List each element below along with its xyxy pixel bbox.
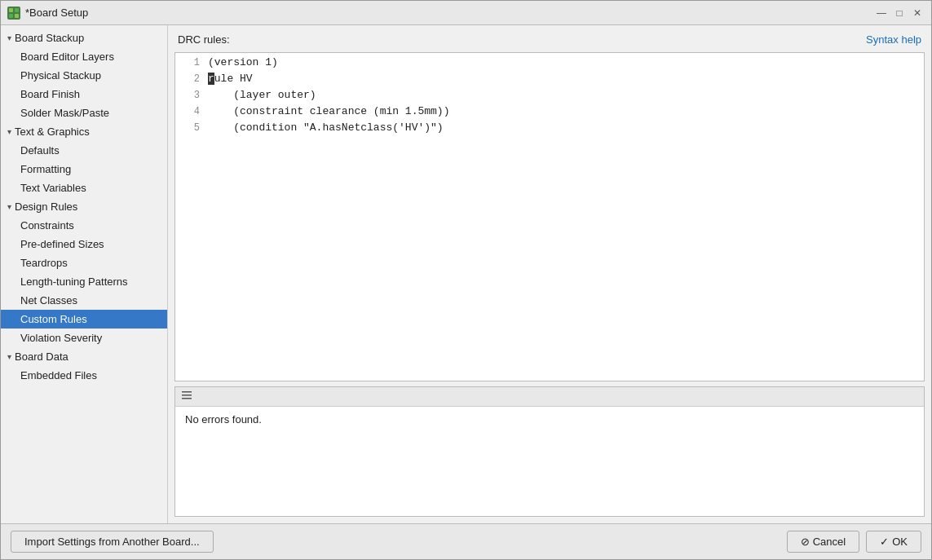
drc-rules-label: DRC rules: xyxy=(178,33,230,46)
titlebar-controls: — □ ✕ xyxy=(874,6,925,20)
svg-rect-5 xyxy=(182,395,192,396)
line-content-5: (condition "A.hasNetclass('HV')") xyxy=(208,121,444,134)
sidebar-group-board-stackup[interactable]: ▾ Board Stackup xyxy=(1,29,167,47)
right-panel: DRC rules: Syntax help 1 (version 1) 2 r… xyxy=(168,25,931,523)
syntax-help-link[interactable]: Syntax help xyxy=(866,33,921,46)
sidebar-item-custom-rules[interactable]: Custom Rules xyxy=(1,310,167,329)
svg-rect-1 xyxy=(15,8,19,12)
ok-label: OK xyxy=(892,536,908,548)
svg-rect-3 xyxy=(15,14,19,18)
cancel-label: Cancel xyxy=(813,536,846,548)
sidebar-group-label-board-data: Board Data xyxy=(15,351,68,363)
titlebar: *Board Setup — □ ✕ xyxy=(1,1,931,25)
chevron-down-icon: ▾ xyxy=(7,33,11,42)
footer-left: Import Settings from Another Board... xyxy=(11,531,214,553)
chevron-down-icon: ▾ xyxy=(7,127,11,136)
sidebar-item-pre-defined-sizes[interactable]: Pre-defined Sizes xyxy=(1,235,167,254)
list-icon xyxy=(180,389,193,404)
cancel-icon: ⊘ xyxy=(801,536,810,548)
error-panel-toolbar xyxy=(175,387,924,407)
line-content-3: (layer outer) xyxy=(208,89,316,101)
line-number-1: 1 xyxy=(180,57,200,68)
line-number-3: 3 xyxy=(180,90,200,101)
ok-icon: ✓ xyxy=(880,536,889,548)
svg-rect-6 xyxy=(182,398,192,399)
sidebar-item-text-variables[interactable]: Text Variables xyxy=(1,179,167,197)
sidebar-item-length-tuning-patterns[interactable]: Length-tuning Patterns xyxy=(1,272,167,291)
sidebar-item-net-classes[interactable]: Net Classes xyxy=(1,291,167,310)
sidebar-item-board-finish[interactable]: Board Finish xyxy=(1,85,167,104)
sidebar-item-formatting[interactable]: Formatting xyxy=(1,160,167,179)
error-content: No errors found. xyxy=(175,407,924,432)
minimize-button[interactable]: — xyxy=(874,6,889,20)
ok-button[interactable]: ✓ OK xyxy=(866,531,921,553)
line-number-2: 2 xyxy=(180,73,200,85)
drc-header: DRC rules: Syntax help xyxy=(174,32,925,47)
import-settings-button[interactable]: Import Settings from Another Board... xyxy=(11,531,214,553)
sidebar: ▾ Board Stackup Board Editor Layers Phys… xyxy=(1,25,168,523)
sidebar-group-design-rules[interactable]: ▾ Design Rules xyxy=(1,197,167,216)
line-number-4: 4 xyxy=(180,106,200,117)
line-number-5: 5 xyxy=(180,122,200,134)
sidebar-item-board-editor-layers[interactable]: Board Editor Layers xyxy=(1,47,167,66)
line-content-1: (version 1) xyxy=(208,56,278,68)
board-setup-window: *Board Setup — □ ✕ ▾ Board Stackup Board… xyxy=(0,0,932,560)
footer-right: ⊘ Cancel ✓ OK xyxy=(787,531,921,553)
svg-rect-4 xyxy=(182,391,192,393)
window-title: *Board Setup xyxy=(25,7,88,19)
import-settings-label: Import Settings from Another Board... xyxy=(24,536,200,548)
sidebar-item-teardrops[interactable]: Teardrops xyxy=(1,254,167,272)
svg-rect-0 xyxy=(9,8,13,12)
chevron-down-icon: ▾ xyxy=(7,352,11,361)
sidebar-item-physical-stackup[interactable]: Physical Stackup xyxy=(1,66,167,85)
main-content: ▾ Board Stackup Board Editor Layers Phys… xyxy=(1,25,931,523)
sidebar-group-label-board-stackup: Board Stackup xyxy=(15,32,84,44)
code-line-4: 4 (constraint clearance (min 1.5mm)) xyxy=(175,105,924,121)
sidebar-item-violation-severity[interactable]: Violation Severity xyxy=(1,329,167,347)
sidebar-group-board-data[interactable]: ▾ Board Data xyxy=(1,347,167,366)
svg-rect-2 xyxy=(9,14,13,18)
sidebar-group-label-design-rules: Design Rules xyxy=(15,201,77,213)
maximize-button[interactable]: □ xyxy=(892,6,907,20)
line-content-2: rule HV xyxy=(208,73,253,85)
code-line-1: 1 (version 1) xyxy=(175,56,924,73)
cancel-button[interactable]: ⊘ Cancel xyxy=(787,531,859,553)
code-line-5: 5 (condition "A.hasNetclass('HV')") xyxy=(175,121,924,138)
error-panel: No errors found. xyxy=(174,386,925,517)
sidebar-item-constraints[interactable]: Constraints xyxy=(1,216,167,235)
code-line-3: 3 (layer outer) xyxy=(175,89,924,105)
chevron-down-icon: ▾ xyxy=(7,202,11,211)
sidebar-item-embedded-files[interactable]: Embedded Files xyxy=(1,366,167,385)
sidebar-group-text-graphics[interactable]: ▾ Text & Graphics xyxy=(1,122,167,141)
close-button[interactable]: ✕ xyxy=(910,6,925,20)
no-errors-text: No errors found. xyxy=(185,413,262,426)
text-cursor: r xyxy=(208,73,214,85)
code-line-2: 2 rule HV xyxy=(175,73,924,89)
titlebar-left: *Board Setup xyxy=(7,7,88,20)
footer: Import Settings from Another Board... ⊘ … xyxy=(1,523,931,559)
code-lines: 1 (version 1) 2 rule HV 3 (layer outer) … xyxy=(175,53,924,141)
sidebar-item-solder-mask-paste[interactable]: Solder Mask/Paste xyxy=(1,104,167,122)
sidebar-group-label-text-graphics: Text & Graphics xyxy=(15,126,90,138)
sidebar-item-defaults[interactable]: Defaults xyxy=(1,141,167,160)
line-content-4: (constraint clearance (min 1.5mm)) xyxy=(208,105,449,117)
app-icon xyxy=(7,7,20,20)
code-editor[interactable]: 1 (version 1) 2 rule HV 3 (layer outer) … xyxy=(174,52,925,381)
